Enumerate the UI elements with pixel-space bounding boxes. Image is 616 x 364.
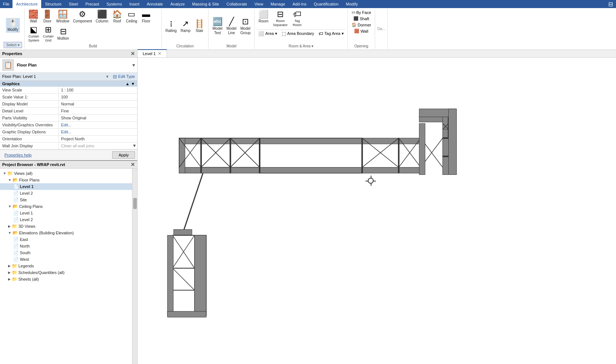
model-line-button[interactable]: ╱ ModelLine [225,17,238,36]
canvas-viewport[interactable] [138,58,616,364]
north-view-icon: 📄 [13,244,19,249]
ceiling-button[interactable]: ▭ Ceiling [125,10,139,24]
window-button[interactable]: 🪟 Window [55,10,71,24]
tab-precast[interactable]: Precast [82,0,103,8]
tab-systems[interactable]: Systems [103,0,125,8]
project-browser-close-button[interactable]: ✕ [131,162,135,167]
curtain-system-button[interactable]: ⬕ CurtainSystem [27,25,41,43]
tag-room-button[interactable]: 🏷 TagRoom [291,10,304,28]
select-button[interactable]: Select ▾ [4,42,22,48]
select-group-label: Select ▾ [4,42,22,48]
room-separator-button[interactable]: ⊟ RoomSeparator [271,10,289,28]
model-group-button[interactable]: ⊡ ModelGroup [239,17,252,36]
floor-plan-level-dropdown[interactable]: ▾ [106,74,108,79]
component-button[interactable]: ⚙ Component [71,10,93,24]
tree-east[interactable]: 📄 East [0,236,132,243]
tab-collaborate[interactable]: Collaborate [223,0,251,8]
canvas-area: Level 1 ✕ [138,50,616,364]
floor-plan-level-row: Floor Plan: Level 1 ▾ ⊟ Edit Type [0,73,137,81]
tab-quantification[interactable]: Quantification [310,0,342,8]
floor-plan-header: 📋 Floor Plan ▾ [0,58,137,73]
tab-file[interactable]: File [0,0,13,8]
floor-plans-folder-icon: 📂 [13,177,18,183]
properties-help-link[interactable]: Properties help [2,151,34,159]
tree-south[interactable]: 📄 South [0,249,132,256]
vis-graphics-edit-button[interactable]: Edit... [59,122,137,128]
tab-massing[interactable]: Massing & Site [188,0,222,8]
tree-ceiling-plans[interactable]: ▼ 📂 Ceiling Plans [0,203,132,210]
tree-level2[interactable]: 📄 Level 2 [0,190,132,197]
tag-area-label: Tag Area ▾ [324,31,343,36]
door-button[interactable]: 🚪 Door [41,10,54,24]
prop-scroll-down[interactable]: ▾ [133,143,137,149]
tab-manage[interactable]: Manage [267,0,289,8]
column-button[interactable]: ⬛ Column [94,10,110,24]
tree-west[interactable]: 📄 West [0,256,132,263]
opening-wall-button[interactable]: 🧱 Wall [353,28,370,34]
tree-elevations[interactable]: ▼ 📂 Elevations (Building Elevation) [0,230,132,236]
area-button[interactable]: ⬜ Area ▾ [257,30,278,37]
main-area: Properties ✕ 📋 Floor Plan ▾ Floor Plan: … [0,50,616,364]
tag-area-button[interactable]: 🏷 Tag Area ▾ [317,30,345,37]
tree-sheets[interactable]: ▶ 📁 Sheets (all) [0,276,132,282]
roof-button[interactable]: 🏠 Roof [111,10,124,24]
tab-view[interactable]: View [251,0,267,8]
mullion-button[interactable]: ⊟ Mullion [56,27,71,42]
tree-floor-plans[interactable]: ▼ 📂 Floor Plans [0,177,132,183]
left-panel: Properties ✕ 📋 Floor Plan ▾ Floor Plan: … [0,50,138,364]
floor-button[interactable]: ▬ Floor [139,10,153,24]
floor-plan-icon: 📋 [2,59,14,71]
wall-button[interactable]: 🧱 Wall [27,10,40,24]
svg-rect-27 [443,116,449,174]
edit-type-button[interactable]: ⊟ Edit Type [113,74,135,79]
shaft-button[interactable]: ⬛ Shaft [352,16,371,21]
canvas-tab-close-button[interactable]: ✕ [158,51,161,56]
by-face-button[interactable]: ▭ By Face [350,10,373,15]
ribbon-body: 🖱️ Modify Select ▾ 🧱 Wall 🚪 D [0,8,616,50]
room-button[interactable]: ⬜ Room [257,10,270,28]
tree-north[interactable]: 📄 North [0,243,132,249]
canvas-tab-level1[interactable]: Level 1 ✕ [138,49,167,57]
tag-area-icon: 🏷 [318,31,323,36]
tree-3d-views[interactable]: ▶ 📁 3D Views [0,223,132,230]
properties-close-button[interactable]: ✕ [131,51,135,57]
railing-button[interactable]: ⫶ Railing [164,19,178,34]
ribbon-toggle[interactable]: ⊟ [608,1,613,8]
level1-label: Level 1 [20,184,33,189]
tree-schedules[interactable]: ▶ 📁 Schedules/Quantities (all) [0,269,132,276]
select-label: Select [6,43,17,47]
dormer-button[interactable]: 🏠 Dormer [350,22,373,28]
area-boundary-button[interactable]: ⬚ Area Boundary [280,30,316,37]
apply-button[interactable]: Apply [112,151,135,159]
stair-button[interactable]: 🪜 Stair [193,19,206,34]
tree-level1[interactable]: 📄 Level 1 [0,183,132,190]
ceiling-level2-label: Level 2 [20,217,33,222]
tree-site[interactable]: 📄 Site [0,197,132,203]
tab-insert[interactable]: Insert [126,0,143,8]
tab-structure[interactable]: Structure [41,0,65,8]
tab-steel[interactable]: Steel [65,0,82,8]
tab-architecture[interactable]: Architecture [13,0,42,8]
section-expand-icon[interactable]: ▼ [131,82,135,86]
browser-scrollbar[interactable] [132,169,137,364]
ramp-button[interactable]: ↗ Ramp [179,19,192,34]
section-collapse-icon[interactable]: ▲ [125,82,129,86]
tree-ceiling-level1[interactable]: 📄 Level 1 [0,210,132,216]
tab-modify[interactable]: Modify [342,0,362,8]
railing-icon: ⫶ [169,20,173,28]
tree-ceiling-level2[interactable]: 📄 Level 2 [0,216,132,223]
tab-annotate[interactable]: Annotate [143,0,167,8]
modify-button[interactable]: 🖱️ Modify [6,18,19,33]
by-face-label: By Face [356,10,371,15]
select-arrow-icon: ▾ [18,43,19,47]
curtain-grid-button[interactable]: ⊞ CurtainGrid [42,25,55,43]
modify-icon: 🖱️ [8,19,18,27]
floor-plan-dropdown-arrow[interactable]: ▾ [132,62,135,68]
tab-analyze[interactable]: Analyze [167,0,188,8]
graphic-display-edit-button[interactable]: Edit... [59,129,137,135]
expand-views-icon: ▼ [3,172,6,175]
tree-legends[interactable]: ▶ 📁 Legends [0,263,132,269]
tree-views-all[interactable]: ▼ 📁 Views (all) [0,170,132,177]
tab-addins[interactable]: Add-Ins [289,0,310,8]
model-text-button[interactable]: 🔤 ModelText [211,17,224,36]
